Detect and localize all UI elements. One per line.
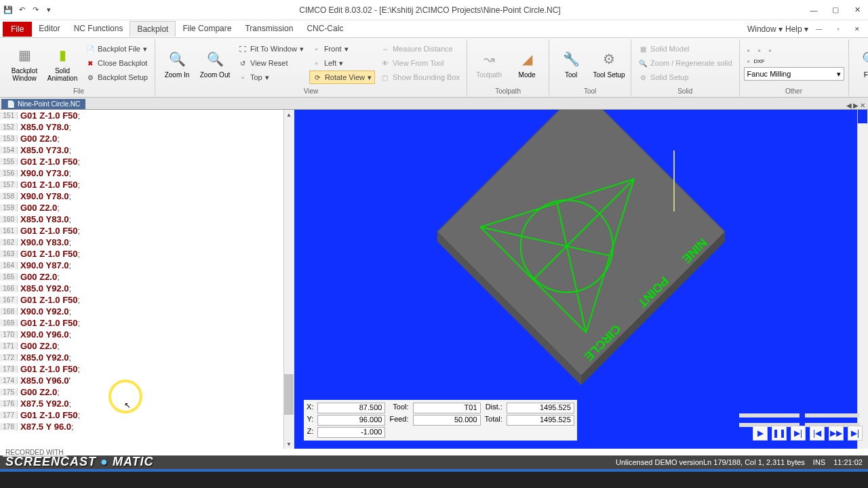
zoom-regen-button[interactable]: 🔍Zoom / Regenerate solid [635,56,734,70]
mode-button[interactable]: ◢Mode [509,41,545,85]
code-line[interactable]: 164X90.0 Y87.0; [0,260,294,271]
code-line[interactable]: 167G01 Z-1.0 F50; [0,294,294,306]
filetab-close-icon[interactable]: ✕ [860,102,865,109]
code-line[interactable]: 159G00 Z2.0; [0,202,294,214]
filetab-prev-icon[interactable]: ◀ [846,102,852,109]
code-line[interactable]: 154X85.0 Y73.0; [0,144,294,156]
backplot-viewer[interactable]: NINE POINT CIRCLE [294,110,868,449]
show-bounding-box-button[interactable]: ▢Show Bounding Box [378,70,462,84]
scroll-down-icon[interactable]: ▼ [284,439,294,449]
code-line[interactable]: 153G00 Z2.0; [0,133,294,144]
viewer-scroll-thumb[interactable] [858,110,867,123]
backplot-window-button[interactable]: ▦Backplot Window [7,41,42,85]
tab-cnc-calc[interactable]: CNC-Calc [300,21,350,37]
tab-file-compare[interactable]: File Compare [176,21,238,37]
tool-setup-button[interactable]: ⚙Tool Setup [591,41,627,85]
file-type-combo[interactable]: Fanuc Milling▾ [744,67,844,81]
zoom-in-button[interactable]: 🔍Zoom In [159,41,195,85]
code-line[interactable]: 166X85.0 Y92.0; [0,283,294,294]
code-line[interactable]: 169G01 Z-1.0 F50; [0,317,294,329]
find-button[interactable]: 🔍Find [853,41,868,85]
code-line[interactable]: 174X85.0 Y96.0' [0,375,294,386]
code-line[interactable]: 155G01 Z-1.0 F50; [0,156,294,167]
close-button[interactable]: ✕ [849,3,865,17]
pause-button[interactable]: ❚❚ [772,426,787,441]
coordinate-panel: X:87.500 Tool:T01 Dist.:1495.525 Y:96.00… [304,400,577,441]
filetab-next-icon[interactable]: ▶ [853,102,859,109]
code-line[interactable]: 163G01 Z-1.0 F50; [0,248,294,260]
other-icon-4[interactable]: ▫ [744,56,753,66]
code-line[interactable]: 168X90.0 Y92.0; [0,306,294,317]
backplot-file-button[interactable]: 📄Backplot File ▾ [83,42,151,56]
save-icon[interactable]: 💾 [3,5,14,16]
code-line[interactable]: 172X85.0 Y92.0; [0,352,294,363]
step-fwd-button[interactable]: ▶| [791,426,806,441]
code-line[interactable]: 158X90.0 Y78.0; [0,190,294,202]
close-backplot-button[interactable]: ✖Close Backplot [83,56,151,70]
scroll-thumb[interactable] [284,374,294,415]
maximize-button[interactable]: ▢ [827,3,844,17]
code-line[interactable]: 173G01 Z-1.0 F50; [0,363,294,375]
code-line[interactable]: 152X85.0 Y78.0; [0,121,294,133]
code-line[interactable]: 170X90.0 Y96.0; [0,329,294,340]
zoom-out-button[interactable]: 🔍Zoom Out [197,41,233,85]
code-line[interactable]: 177G01 Z-1.0 F50; [0,409,294,421]
solid-animation-button[interactable]: ▮Solid Animation [45,41,80,85]
top-view-button[interactable]: ▫Top ▾ [235,70,307,84]
tool-readout: T01 [413,403,481,413]
code-line[interactable]: 160X85.0 Y83.0; [0,214,294,225]
view-reset-button[interactable]: ↺View Reset [235,56,307,70]
code-line[interactable]: 161G01 Z-1.0 F50; [0,225,294,237]
qat-dropdown-icon[interactable]: ▾ [43,5,54,16]
fit-to-window-button[interactable]: ⛶Fit To Window ▾ [235,42,307,56]
rotate-view-button[interactable]: ⟳Rotate View ▾ [309,70,375,84]
tab-backplot[interactable]: Backplot [130,21,176,37]
backplot-setup-button[interactable]: ⚙Backplot Setup [83,70,151,84]
other-icon-5[interactable]: DXF [755,56,764,66]
taskbar[interactable] [0,469,868,488]
help-menu[interactable]: Help ▾ [785,24,808,34]
tab-nc-functions[interactable]: NC Functions [67,21,130,37]
doc-close-button[interactable]: ✕ [849,22,865,36]
code-editor[interactable]: 151G01 Z-1.0 F50;152X85.0 Y78.0;153G00 Z… [0,110,294,449]
code-line[interactable]: 162X90.0 Y83.0; [0,237,294,248]
code-line[interactable]: 165G00 Z2.0; [0,271,294,283]
tool-button[interactable]: 🔧Tool [553,41,589,85]
code-line[interactable]: 151G01 Z-1.0 F50; [0,110,294,121]
editor-scrollbar[interactable]: ▲ ▼ [283,110,294,449]
toolpath-button[interactable]: ↝Toolpath [471,41,507,85]
view-from-tool-button[interactable]: 👁View From Tool [378,56,462,70]
other-icon-1[interactable]: ▫ [744,45,753,55]
code-line[interactable]: 178X87.5 Y 96.0; [0,421,294,432]
step-back-button[interactable]: |◀ [810,426,825,441]
other-icon-2[interactable]: ▫ [755,45,764,55]
code-line[interactable]: 157G01 Z-1.0 F50; [0,179,294,190]
play-button[interactable]: ▶ [753,426,768,441]
solid-setup-button[interactable]: ⚙Solid Setup [635,70,734,84]
undo-icon[interactable]: ↶ [16,5,27,16]
tab-editor[interactable]: Editor [32,21,66,37]
doc-minimize-button[interactable]: — [811,22,827,36]
other-icon-3[interactable]: ▫ [766,45,775,55]
viewer-scrollbar[interactable] [857,110,868,449]
window-menu[interactable]: Window ▾ [747,24,783,34]
scroll-up-icon[interactable]: ▲ [284,110,294,119]
code-line[interactable]: 156X90.0 Y73.0; [0,167,294,179]
solid-model-button[interactable]: ▦Solid Model [635,42,734,56]
progress-slider[interactable] [739,413,860,418]
to-end-button[interactable]: ▶| [848,426,863,441]
filetab-bar: 📄Nine-Point Circle.NC ◀ ▶ ✕ [0,98,868,110]
doc-restore-button[interactable]: ▫ [830,22,846,36]
code-line[interactable]: 171G00 Z2.0; [0,340,294,352]
file-menu[interactable]: File [3,22,32,37]
code-line[interactable]: 176X87.5 Y92.0; [0,398,294,409]
fast-fwd-button[interactable]: ▶▶ [829,426,844,441]
filetab-active[interactable]: 📄Nine-Point Circle.NC [1,99,85,109]
redo-icon[interactable]: ↷ [30,5,41,16]
measure-distance-button[interactable]: ↔Measure Distance [378,42,462,56]
front-view-button[interactable]: ▫Front ▾ [309,42,375,56]
left-view-button[interactable]: ▫Left ▾ [309,56,375,70]
tab-transmission[interactable]: Transmission [238,21,300,37]
code-line[interactable]: 175G00 Z2.0; [0,386,294,398]
minimize-button[interactable]: — [806,3,822,17]
